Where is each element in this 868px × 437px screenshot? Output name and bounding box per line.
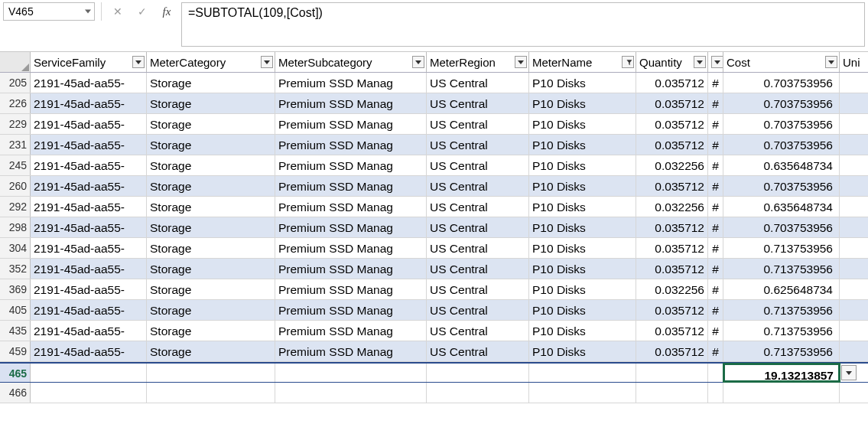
cell-quantity[interactable]: 0.035712	[636, 93, 708, 113]
cell-quantity[interactable]: 0.035712	[636, 73, 708, 93]
cell-hash[interactable]: #	[708, 217, 723, 237]
cell-hash[interactable]: #	[708, 197, 723, 217]
cell[interactable]	[708, 364, 723, 382]
cell[interactable]	[840, 341, 868, 361]
cell-service-family[interactable]: 2191-45ad-aa55-	[31, 93, 147, 113]
cell-meter-subcategory[interactable]: Premium SSD Manag	[275, 176, 427, 196]
cell-hash[interactable]: #	[708, 259, 723, 279]
cell-meter-name[interactable]: P10 Disks	[529, 73, 636, 93]
filter-button[interactable]	[412, 56, 424, 68]
cell-service-family[interactable]: 2191-45ad-aa55-	[31, 135, 147, 155]
cell-service-family[interactable]: 2191-45ad-aa55-	[31, 238, 147, 258]
cell-meter-region[interactable]: US Central	[427, 93, 529, 113]
cell-cost[interactable]: 0.703753956	[723, 93, 840, 113]
cell-quantity[interactable]: 0.035712	[636, 217, 708, 237]
cell-quantity[interactable]: 0.032256	[636, 197, 708, 217]
cell-meter-subcategory[interactable]: Premium SSD Manag	[275, 197, 427, 217]
cell-meter-subcategory[interactable]: Premium SSD Manag	[275, 341, 427, 361]
cell-service-family[interactable]: 2191-45ad-aa55-	[31, 279, 147, 299]
row-number[interactable]: 369	[0, 279, 31, 299]
cell-hash[interactable]: #	[708, 321, 723, 341]
cell[interactable]	[840, 93, 868, 113]
cell-meter-region[interactable]: US Central	[427, 321, 529, 341]
cell-hash[interactable]: #	[708, 176, 723, 196]
col-service-family[interactable]: ServiceFamily	[31, 52, 147, 72]
cell-hash[interactable]: #	[708, 93, 723, 113]
filter-button[interactable]	[694, 56, 706, 68]
cell-meter-name[interactable]: P10 Disks	[529, 217, 636, 237]
row-number[interactable]: 352	[0, 259, 31, 279]
cell[interactable]	[840, 259, 868, 279]
chevron-down-icon[interactable]	[85, 10, 91, 14]
cell-quantity[interactable]: 0.035712	[636, 176, 708, 196]
cell[interactable]	[147, 364, 275, 382]
cell-service-family[interactable]: 2191-45ad-aa55-	[31, 300, 147, 320]
cell[interactable]	[31, 364, 147, 382]
cell-hash[interactable]: #	[708, 341, 723, 361]
cell-quantity[interactable]: 0.035712	[636, 321, 708, 341]
cell-meter-subcategory[interactable]: Premium SSD Manag	[275, 300, 427, 320]
cell-quantity[interactable]: 0.035712	[636, 259, 708, 279]
cell-meter-category[interactable]: Storage	[147, 321, 275, 341]
cell-meter-category[interactable]: Storage	[147, 176, 275, 196]
select-all-corner[interactable]	[0, 52, 31, 72]
formula-input[interactable]: =SUBTOTAL(109,[Cost])	[181, 2, 865, 47]
cell[interactable]	[840, 73, 868, 93]
cell-meter-subcategory[interactable]: Premium SSD Manag	[275, 73, 427, 93]
cell[interactable]	[147, 383, 275, 403]
cell[interactable]	[840, 238, 868, 258]
cell[interactable]	[840, 279, 868, 299]
row-number[interactable]: 292	[0, 197, 31, 217]
cell-quantity[interactable]: 0.035712	[636, 238, 708, 258]
cell-quantity[interactable]: 0.035712	[636, 300, 708, 320]
cell-meter-name[interactable]: P10 Disks	[529, 197, 636, 217]
cell-meter-subcategory[interactable]: Premium SSD Manag	[275, 279, 427, 299]
row-number[interactable]: 304	[0, 238, 31, 258]
cell-cost[interactable]: 0.625648734	[723, 279, 840, 299]
cell-cost[interactable]: 0.713753956	[723, 300, 840, 320]
fx-button[interactable]: fx	[157, 2, 177, 21]
cell-meter-name[interactable]: P10 Disks	[529, 321, 636, 341]
cell-cost[interactable]: 0.703753956	[723, 176, 840, 196]
row-number[interactable]: 405	[0, 300, 31, 320]
row-number[interactable]: 260	[0, 176, 31, 196]
cell[interactable]	[275, 364, 427, 382]
cell-meter-subcategory[interactable]: Premium SSD Manag	[275, 93, 427, 113]
row-number[interactable]: 435	[0, 321, 31, 341]
cell-meter-category[interactable]: Storage	[147, 93, 275, 113]
cell-hash[interactable]: #	[708, 135, 723, 155]
cell-cost[interactable]: 0.713753956	[723, 321, 840, 341]
cell[interactable]	[840, 300, 868, 320]
cell[interactable]	[31, 383, 147, 403]
cell-meter-region[interactable]: US Central	[427, 279, 529, 299]
col-cost[interactable]: Cost	[723, 52, 840, 72]
cell-meter-region[interactable]: US Central	[427, 341, 529, 361]
cell-hash[interactable]: #	[708, 114, 723, 134]
cell[interactable]	[840, 217, 868, 237]
cell-meter-category[interactable]: Storage	[147, 217, 275, 237]
cell-meter-category[interactable]: Storage	[147, 197, 275, 217]
cell-meter-region[interactable]: US Central	[427, 135, 529, 155]
accept-button[interactable]: ✓	[132, 2, 152, 21]
cell-quantity[interactable]: 0.035712	[636, 114, 708, 134]
cell[interactable]	[840, 197, 868, 217]
cell[interactable]	[840, 383, 868, 403]
cell[interactable]	[529, 383, 636, 403]
cell-service-family[interactable]: 2191-45ad-aa55-	[31, 197, 147, 217]
col-meter-region[interactable]: MeterRegion	[427, 52, 529, 72]
cell[interactable]	[840, 155, 868, 175]
cell-meter-region[interactable]: US Central	[427, 259, 529, 279]
filter-button[interactable]	[711, 56, 723, 68]
cancel-button[interactable]: ✕	[108, 2, 128, 21]
row-number[interactable]: 459	[0, 341, 31, 361]
row-number[interactable]: 226	[0, 93, 31, 113]
cell-meter-category[interactable]: Storage	[147, 114, 275, 134]
cell-meter-category[interactable]: Storage	[147, 300, 275, 320]
cell[interactable]	[840, 114, 868, 134]
cell-service-family[interactable]: 2191-45ad-aa55-	[31, 259, 147, 279]
cell-hash[interactable]: #	[708, 279, 723, 299]
cell-quantity[interactable]: 0.032256	[636, 155, 708, 175]
col-quantity[interactable]: Quantity	[636, 52, 708, 72]
filter-button[interactable]	[132, 56, 145, 68]
cell-cost[interactable]: 0.635648734	[723, 155, 840, 175]
